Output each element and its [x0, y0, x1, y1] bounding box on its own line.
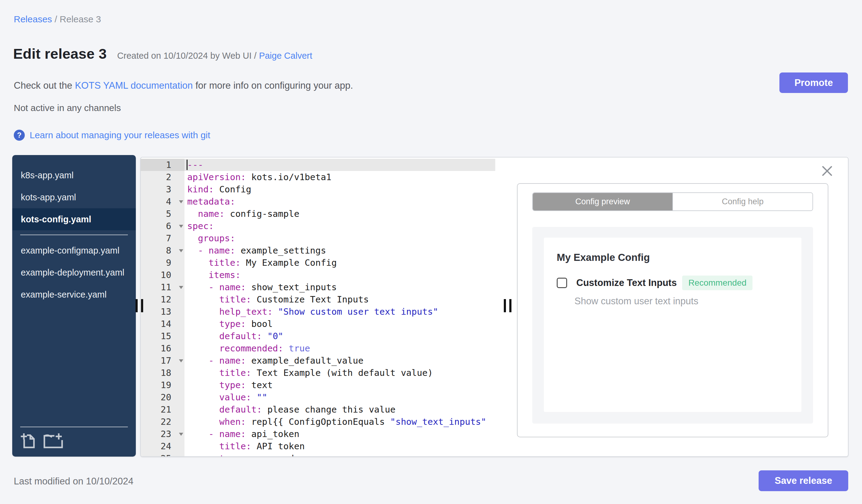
fold-arrow-icon[interactable]: [179, 225, 183, 228]
file-tree-item-k8s-app-yaml[interactable]: k8s-app.yaml: [12, 164, 136, 186]
line-number: 10: [141, 269, 184, 281]
file-tree-item-example-service-yaml[interactable]: example-service.yaml: [12, 283, 136, 306]
created-text: Created on 10/10/2024 by Web UI /: [117, 51, 259, 61]
editor-line-4[interactable]: 4metadata:: [141, 196, 495, 208]
editor-line-20[interactable]: 20 value: "": [141, 391, 495, 403]
code-line: title: Customize Text Inputs: [184, 293, 495, 306]
editor-line-15[interactable]: 15 default: "0": [141, 330, 495, 342]
file-tree-divider: [20, 235, 128, 235]
editor-line-9[interactable]: 9 title: My Example Config: [141, 256, 495, 269]
breadcrumb-releases-link[interactable]: Releases: [14, 14, 52, 25]
config-preview-card: Config preview Config help My Example Co…: [517, 183, 828, 437]
fold-arrow-icon[interactable]: [179, 200, 183, 203]
line-number: 11: [141, 281, 184, 293]
line-number: 5: [141, 208, 184, 220]
editor-line-13[interactable]: 13 help_text: "Show custom user text inp…: [141, 306, 495, 318]
docs-hint: Check out the KOTS YAML documentation fo…: [14, 80, 353, 91]
editor-lines: 1---2apiVersion: kots.io/v1beta13kind: C…: [141, 158, 495, 456]
question-icon: ?: [14, 130, 25, 141]
editor-line-8[interactable]: 8 - name: example_settings: [141, 244, 495, 256]
editor-resize-handle[interactable]: [504, 299, 511, 312]
sidebar-resize-handle[interactable]: [135, 299, 143, 312]
editor-line-21[interactable]: 21 default: please change this value: [141, 403, 495, 416]
file-tree-item-example-configmap-yaml[interactable]: example-configmap.yaml: [12, 239, 136, 262]
editor-line-2[interactable]: 2apiVersion: kots.io/v1beta1: [141, 171, 495, 183]
editor-line-25[interactable]: 25 type: password: [141, 452, 495, 456]
config-preview-panel: Config preview Config help My Example Co…: [495, 158, 848, 456]
code-line: type: text: [184, 379, 495, 391]
config-item-help-text: Show custom user text inputs: [574, 296, 788, 307]
new-file-button[interactable]: [20, 433, 36, 450]
editor-line-18[interactable]: 18 title: Text Example (with default val…: [141, 367, 495, 379]
config-item-label: Customize Text Inputs: [576, 277, 677, 288]
editor-line-1[interactable]: 1---: [141, 159, 495, 171]
text-cursor: [186, 160, 187, 170]
line-number: 7: [141, 232, 184, 244]
line-number: 17: [141, 355, 184, 367]
breadcrumb-separator: /: [52, 14, 60, 25]
promote-button[interactable]: Promote: [780, 72, 848, 93]
editor-line-19[interactable]: 19 type: text: [141, 379, 495, 391]
page-title: Edit release 3: [13, 45, 107, 62]
editor-line-10[interactable]: 10 items:: [141, 269, 495, 281]
line-number: 15: [141, 330, 184, 342]
line-number: 2: [141, 171, 184, 183]
file-tree-item-example-deployment-yaml[interactable]: example-deployment.yaml: [12, 262, 136, 283]
line-number: 13: [141, 306, 184, 318]
customize-text-inputs-checkbox[interactable]: [557, 278, 567, 288]
code-line: type: password: [184, 452, 495, 456]
yaml-editor[interactable]: 1---2apiVersion: kots.io/v1beta13kind: C…: [141, 158, 496, 456]
line-number: 22: [141, 416, 184, 428]
tab-config-preview[interactable]: Config preview: [533, 193, 672, 210]
file-tree-primary-list: k8s-app.yamlkots-app.yamlkots-config.yam…: [12, 155, 136, 230]
file-tree-item-kots-app-yaml[interactable]: kots-app.yaml: [12, 186, 136, 208]
code-line: value: "": [184, 391, 495, 403]
editor-line-17[interactable]: 17 - name: example_default_value: [141, 355, 495, 367]
editor-line-16[interactable]: 16 recommended: true: [141, 342, 495, 355]
git-releases-help-link[interactable]: Learn about managing your releases with …: [30, 130, 210, 141]
editor-line-11[interactable]: 11 - name: show_text_inputs: [141, 281, 495, 293]
new-folder-button[interactable]: [43, 433, 63, 450]
save-release-button[interactable]: Save release: [759, 470, 848, 491]
code-line: - name: example_default_value: [184, 355, 495, 367]
code-line: - name: show_text_inputs: [184, 281, 495, 293]
editor-line-3[interactable]: 3kind: Config: [141, 183, 495, 196]
code-line: - name: api_token: [184, 428, 495, 440]
file-tree-item-kots-config-yaml[interactable]: kots-config.yaml: [12, 208, 136, 230]
code-line: - name: example_settings: [184, 244, 495, 256]
editor-line-7[interactable]: 7 groups:: [141, 232, 495, 244]
editor-line-12[interactable]: 12 title: Customize Text Inputs: [141, 293, 495, 306]
line-number: 19: [141, 379, 184, 391]
fold-arrow-icon[interactable]: [179, 286, 183, 289]
docs-hint-before: Check out the: [14, 80, 75, 91]
code-line: default: "0": [184, 330, 495, 342]
editor-line-6[interactable]: 6spec:: [141, 220, 495, 232]
code-line: title: API token: [184, 440, 495, 452]
line-number: 23: [141, 428, 184, 440]
fold-arrow-icon[interactable]: [179, 359, 183, 362]
editor-line-24[interactable]: 24 title: API token: [141, 440, 495, 452]
tab-config-help[interactable]: Config help: [672, 193, 812, 210]
line-number: 18: [141, 367, 184, 379]
fold-arrow-icon[interactable]: [179, 249, 183, 252]
code-line: title: My Example Config: [184, 256, 495, 269]
editor-line-5[interactable]: 5 name: config-sample: [141, 208, 495, 220]
file-plus-icon: [20, 445, 36, 450]
code-line: default: please change this value: [184, 403, 495, 416]
close-icon: [821, 173, 833, 178]
created-author-link[interactable]: Paige Calvert: [259, 51, 312, 61]
config-group-title: My Example Config: [557, 252, 788, 263]
code-line: recommended: true: [184, 342, 495, 355]
editor-line-14[interactable]: 14 type: bool: [141, 318, 495, 330]
config-group-card: My Example Config Customize Text Inputs …: [544, 238, 801, 412]
line-number: 6: [141, 220, 184, 232]
editor-line-22[interactable]: 22 when: repl{{ ConfigOptionEquals "show…: [141, 416, 495, 428]
close-preview-button[interactable]: [820, 164, 835, 179]
code-line: type: bool: [184, 318, 495, 330]
kots-yaml-docs-link[interactable]: KOTS YAML documentation: [75, 80, 193, 91]
fold-arrow-icon[interactable]: [179, 433, 183, 436]
line-number: 14: [141, 318, 184, 330]
code-line: when: repl{{ ConfigOptionEquals "show_te…: [184, 416, 495, 428]
sidebar-bottom-divider: [20, 427, 128, 427]
editor-line-23[interactable]: 23 - name: api_token: [141, 428, 495, 440]
